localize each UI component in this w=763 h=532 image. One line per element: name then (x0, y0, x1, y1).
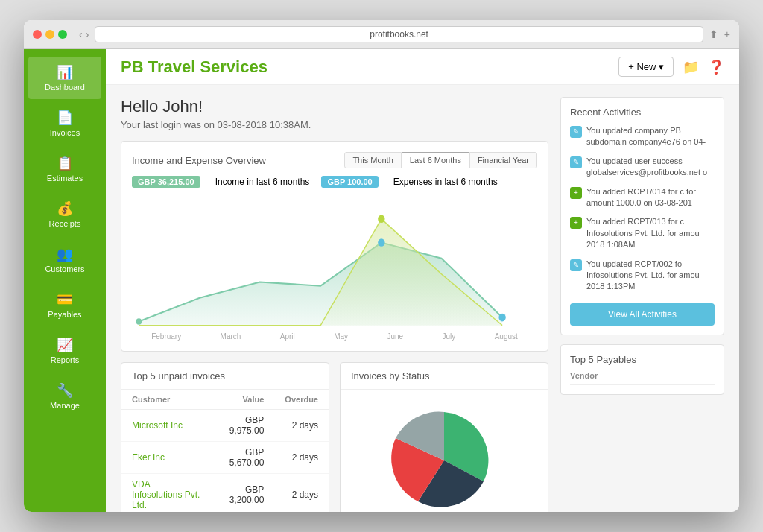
sidebar-item-customers[interactable]: 👥 Customers (28, 238, 101, 281)
chart-dot-july-expense (378, 215, 384, 223)
invoices-icon: 📄 (57, 110, 73, 126)
chart-title: Income and Expense Overview (132, 155, 266, 166)
unpaid-invoices-table: Customer Value Overdue Microsoft Inc GBP… (121, 390, 329, 512)
chart-dot-june (378, 238, 384, 247)
chart-svg (132, 195, 537, 329)
main-area: PB Travel Services + New ▾ 📁 ❓ Hello Joh… (106, 49, 739, 512)
edit-icon: ✎ (570, 126, 582, 138)
folder-icon[interactable]: 📁 (683, 59, 699, 75)
pie-chart (388, 405, 500, 512)
label-mar: March (221, 332, 241, 341)
header-actions: + New ▾ 📁 ❓ (618, 57, 724, 77)
sidebar-label-payables: Payables (48, 310, 81, 319)
receipts-icon: 💰 (57, 200, 73, 217)
table-row: Eker Inc GBP 5,670.00 2 days (121, 442, 329, 474)
value-cell: GBP 9,975.00 (212, 410, 274, 442)
sidebar-label-manage: Manage (50, 401, 80, 410)
value-cell: GBP 5,670.00 (212, 442, 274, 474)
share-icon[interactable]: ⬆ (709, 28, 718, 40)
table-row: VDA Infosolutions Pvt. Ltd. GBP 3,200.00… (121, 474, 329, 513)
back-button[interactable]: ‹ (79, 28, 83, 40)
address-bar[interactable]: profitbooks.net (95, 26, 703, 42)
unpaid-invoices-title: Top 5 unpaid invoices (121, 363, 329, 390)
activity-text: You updated user success globalservices@… (586, 156, 715, 179)
customer-cell[interactable]: Eker Inc (121, 442, 212, 474)
sidebar-item-payables[interactable]: 💳 Payables (28, 284, 101, 326)
invoices-status-card: Invoices by Status (340, 362, 548, 512)
sidebar-label-customers: Customers (45, 265, 84, 273)
income-badge: GBP 36,215.00 (132, 176, 200, 188)
col-customer: Customer (121, 390, 212, 410)
sidebar-label-receipts: Receipts (49, 219, 81, 228)
traffic-lights (33, 30, 67, 39)
sidebar-item-reports[interactable]: 📈 Reports (28, 329, 101, 372)
chart-tabs: This Month Last 6 Months Financial Year (344, 152, 537, 168)
forward-button[interactable]: › (86, 28, 89, 40)
activity-text: You added RCPT/013 for c Infosolutions P… (586, 216, 715, 250)
browser-actions: ⬆ + (709, 28, 730, 40)
activity-item: + You added RCPT/014 for c for amount 10… (570, 186, 715, 209)
activity-text: You updated company PB subdomain company… (586, 125, 715, 148)
maximize-button[interactable] (58, 30, 67, 39)
sidebar-item-receipts[interactable]: 💰 Receipts (28, 193, 101, 235)
activities-list: ✎ You updated company PB subdomain compa… (570, 125, 715, 293)
label-feb: February (151, 332, 181, 341)
app-title: PB Travel Services (121, 57, 267, 77)
label-jun: June (387, 332, 403, 341)
sidebar-label-dashboard: Dashboard (45, 83, 85, 92)
payables-vendor-header: Vendor (570, 371, 715, 385)
activity-text: You updated RCPT/002 fo Infosolutions Pv… (586, 259, 715, 293)
sidebar-item-invoices[interactable]: 📄 Invoices (28, 102, 101, 145)
payables-icon: 💳 (57, 291, 73, 308)
sidebar-item-estimates[interactable]: 📋 Estimates (28, 148, 101, 190)
overdue-cell: 2 days (274, 442, 329, 474)
overdue-cell: 2 days (274, 474, 329, 513)
estimates-icon: 📋 (57, 155, 73, 171)
activity-item: + You added RCPT/013 for c Infosolutions… (570, 216, 715, 250)
browser-chrome: ‹ › profitbooks.net ⬆ + (24, 20, 739, 49)
customer-cell[interactable]: Microsoft Inc (121, 410, 212, 442)
dashboard-icon: 📊 (57, 64, 73, 80)
new-button[interactable]: + New ▾ (618, 57, 674, 77)
help-icon[interactable]: ❓ (708, 59, 724, 75)
manage-icon: 🔧 (57, 382, 73, 399)
value-cell: GBP 3,200.00 (212, 474, 274, 513)
recent-activities-title: Recent Activities (570, 107, 715, 118)
add-icon: + (570, 217, 582, 229)
customer-cell[interactable]: VDA Infosolutions Pvt. Ltd. (121, 474, 212, 513)
chart-dot-feb (136, 318, 142, 324)
app-header: PB Travel Services + New ▾ 📁 ❓ (106, 49, 739, 85)
new-tab-icon[interactable]: + (724, 28, 730, 40)
tab-financial-year[interactable]: Financial Year (469, 152, 537, 168)
payables-title: Top 5 Payables (570, 354, 715, 365)
view-all-button[interactable]: View All Activities (570, 303, 715, 326)
table-row: Microsoft Inc GBP 9,975.00 2 days (121, 410, 329, 442)
content-right: Recent Activities ✎ You updated company … (560, 97, 724, 500)
sidebar-label-invoices: Invoices (50, 128, 80, 137)
tab-this-month[interactable]: This Month (344, 152, 401, 168)
sidebar: 📊 Dashboard 📄 Invoices 📋 Estimates 💰 Rec… (24, 49, 106, 512)
income-label: Income in last 6 months (215, 177, 310, 187)
sidebar-item-dashboard[interactable]: 📊 Dashboard (28, 57, 101, 99)
minimize-button[interactable] (45, 30, 54, 39)
col-overdue: Overdue (274, 390, 329, 410)
edit-icon: ✎ (570, 259, 582, 271)
close-button[interactable] (33, 30, 42, 39)
overdue-cell: 2 days (274, 410, 329, 442)
sidebar-item-manage[interactable]: 🔧 Manage (28, 375, 101, 417)
unpaid-invoices-card: Top 5 unpaid invoices Customer Value Ove… (121, 362, 329, 512)
label-jul: July (442, 332, 455, 341)
chart-card: Income and Expense Overview This Month L… (121, 141, 548, 352)
chart-area (132, 195, 537, 329)
sidebar-label-reports: Reports (51, 355, 80, 364)
pie-container (341, 390, 548, 512)
content-left: Hello John! Your last login was on 03-08… (121, 97, 548, 500)
expense-label: Expenses in last 6 months (393, 177, 498, 187)
col-value: Value (212, 390, 274, 410)
top-payables-card: Top 5 Payables Vendor (560, 344, 724, 395)
chart-labels: February March April May June July Augus… (132, 332, 537, 341)
greeting-section: Hello John! Your last login was on 03-08… (121, 97, 548, 130)
content: Hello John! Your last login was on 03-08… (106, 85, 739, 512)
tab-last-6-months[interactable]: Last 6 Months (402, 152, 469, 168)
customers-icon: 👥 (57, 246, 73, 262)
